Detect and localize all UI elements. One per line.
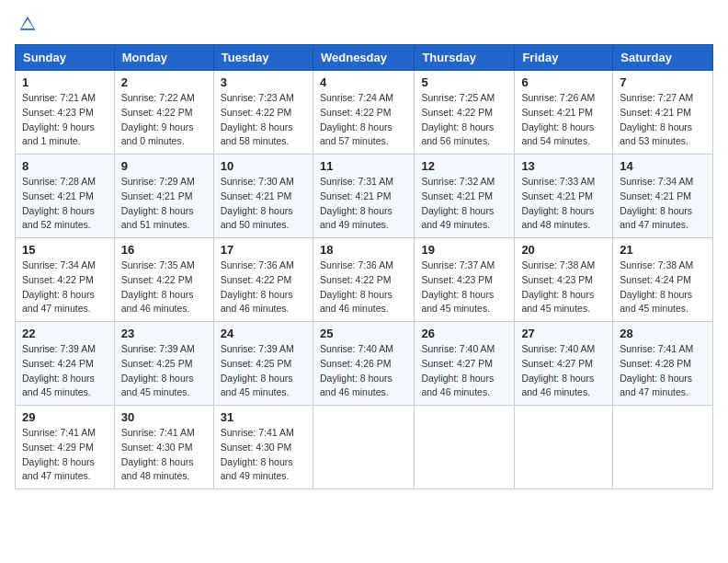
- calendar-cell: 26 Sunrise: 7:40 AM Sunset: 4:27 PM Dayl…: [415, 322, 515, 406]
- day-detail: Sunrise: 7:34 AM Sunset: 4:22 PM Dayligh…: [22, 259, 96, 314]
- day-number: 26: [421, 327, 507, 340]
- day-number: 27: [521, 327, 606, 340]
- day-number: 25: [320, 327, 407, 340]
- day-number: 22: [22, 327, 108, 340]
- calendar-week-row: 29 Sunrise: 7:41 AM Sunset: 4:29 PM Dayl…: [16, 406, 713, 489]
- calendar-cell: 1 Sunrise: 7:21 AM Sunset: 4:23 PM Dayli…: [16, 71, 115, 155]
- calendar-week-row: 15 Sunrise: 7:34 AM Sunset: 4:22 PM Dayl…: [16, 238, 713, 322]
- calendar-table: SundayMondayTuesdayWednesdayThursdayFrid…: [15, 44, 713, 489]
- calendar-cell: 31 Sunrise: 7:41 AM Sunset: 4:30 PM Dayl…: [213, 406, 313, 489]
- day-detail: Sunrise: 7:28 AM Sunset: 4:21 PM Dayligh…: [22, 176, 96, 230]
- calendar-cell: 18 Sunrise: 7:36 AM Sunset: 4:22 PM Dayl…: [313, 238, 414, 322]
- day-number: 28: [620, 327, 706, 340]
- day-detail: Sunrise: 7:32 AM Sunset: 4:21 PM Dayligh…: [421, 176, 495, 230]
- calendar-cell: 19 Sunrise: 7:37 AM Sunset: 4:23 PM Dayl…: [415, 238, 515, 322]
- day-detail: Sunrise: 7:36 AM Sunset: 4:22 PM Dayligh…: [221, 259, 294, 314]
- day-number: 12: [421, 159, 507, 173]
- calendar-cell: 30 Sunrise: 7:41 AM Sunset: 4:30 PM Dayl…: [114, 406, 213, 489]
- calendar-cell: 3 Sunrise: 7:23 AM Sunset: 4:22 PM Dayli…: [213, 71, 313, 155]
- day-detail: Sunrise: 7:38 AM Sunset: 4:24 PM Dayligh…: [620, 259, 693, 314]
- calendar-week-row: 22 Sunrise: 7:39 AM Sunset: 4:24 PM Dayl…: [16, 322, 713, 406]
- day-detail: Sunrise: 7:25 AM Sunset: 4:22 PM Dayligh…: [421, 92, 495, 146]
- calendar-cell: 4 Sunrise: 7:24 AM Sunset: 4:22 PM Dayli…: [313, 71, 414, 155]
- day-detail: Sunrise: 7:38 AM Sunset: 4:23 PM Dayligh…: [521, 259, 595, 314]
- day-number: 3: [221, 75, 306, 89]
- calendar-header-saturday: Saturday: [613, 45, 713, 71]
- calendar-cell: 29 Sunrise: 7:41 AM Sunset: 4:29 PM Dayl…: [16, 406, 115, 489]
- day-detail: Sunrise: 7:40 AM Sunset: 4:26 PM Dayligh…: [320, 343, 393, 397]
- day-number: 15: [22, 243, 108, 257]
- day-detail: Sunrise: 7:41 AM Sunset: 4:29 PM Dayligh…: [22, 427, 96, 481]
- calendar-cell: 28 Sunrise: 7:41 AM Sunset: 4:28 PM Dayl…: [613, 322, 713, 406]
- day-number: 6: [521, 75, 606, 89]
- day-detail: Sunrise: 7:36 AM Sunset: 4:22 PM Dayligh…: [320, 259, 393, 314]
- day-detail: Sunrise: 7:22 AM Sunset: 4:22 PM Dayligh…: [121, 92, 195, 146]
- calendar-cell: [415, 406, 515, 489]
- day-detail: Sunrise: 7:27 AM Sunset: 4:21 PM Dayligh…: [620, 92, 693, 146]
- calendar-header-tuesday: Tuesday: [213, 45, 313, 71]
- day-number: 13: [521, 159, 606, 173]
- logo-icon: [18, 15, 37, 33]
- day-detail: Sunrise: 7:31 AM Sunset: 4:21 PM Dayligh…: [320, 176, 393, 230]
- calendar-header-row: SundayMondayTuesdayWednesdayThursdayFrid…: [16, 45, 713, 71]
- day-number: 29: [22, 410, 108, 424]
- calendar-cell: 22 Sunrise: 7:39 AM Sunset: 4:24 PM Dayl…: [16, 322, 115, 406]
- calendar-cell: 23 Sunrise: 7:39 AM Sunset: 4:25 PM Dayl…: [114, 322, 213, 406]
- calendar-cell: 24 Sunrise: 7:39 AM Sunset: 4:25 PM Dayl…: [213, 322, 313, 406]
- page-header: [15, 15, 713, 33]
- day-detail: Sunrise: 7:24 AM Sunset: 4:22 PM Dayligh…: [320, 92, 393, 146]
- calendar-cell: 12 Sunrise: 7:32 AM Sunset: 4:21 PM Dayl…: [415, 155, 515, 238]
- calendar-week-row: 1 Sunrise: 7:21 AM Sunset: 4:23 PM Dayli…: [16, 71, 713, 155]
- calendar-cell: [313, 406, 414, 489]
- day-number: 2: [121, 75, 207, 89]
- svg-marker-1: [21, 19, 33, 29]
- day-number: 1: [22, 75, 108, 89]
- calendar-cell: 17 Sunrise: 7:36 AM Sunset: 4:22 PM Dayl…: [213, 238, 313, 322]
- calendar-cell: 11 Sunrise: 7:31 AM Sunset: 4:21 PM Dayl…: [313, 155, 414, 238]
- day-number: 24: [221, 327, 306, 340]
- calendar-cell: 8 Sunrise: 7:28 AM Sunset: 4:21 PM Dayli…: [16, 155, 115, 238]
- day-detail: Sunrise: 7:26 AM Sunset: 4:21 PM Dayligh…: [521, 92, 595, 146]
- day-detail: Sunrise: 7:30 AM Sunset: 4:21 PM Dayligh…: [221, 176, 294, 230]
- day-detail: Sunrise: 7:39 AM Sunset: 4:25 PM Dayligh…: [121, 343, 195, 397]
- calendar-cell: 14 Sunrise: 7:34 AM Sunset: 4:21 PM Dayl…: [613, 155, 713, 238]
- day-detail: Sunrise: 7:41 AM Sunset: 4:28 PM Dayligh…: [620, 343, 693, 397]
- calendar-cell: 21 Sunrise: 7:38 AM Sunset: 4:24 PM Dayl…: [613, 238, 713, 322]
- day-number: 16: [121, 243, 207, 257]
- day-detail: Sunrise: 7:29 AM Sunset: 4:21 PM Dayligh…: [121, 176, 195, 230]
- day-detail: Sunrise: 7:21 AM Sunset: 4:23 PM Dayligh…: [22, 92, 96, 146]
- day-detail: Sunrise: 7:23 AM Sunset: 4:22 PM Dayligh…: [221, 92, 294, 146]
- day-number: 17: [221, 243, 306, 257]
- calendar-cell: 6 Sunrise: 7:26 AM Sunset: 4:21 PM Dayli…: [515, 71, 613, 155]
- calendar-header-monday: Monday: [114, 45, 213, 71]
- calendar-cell: [613, 406, 713, 489]
- day-number: 23: [121, 327, 207, 340]
- day-number: 31: [221, 410, 306, 424]
- calendar-cell: 13 Sunrise: 7:33 AM Sunset: 4:21 PM Dayl…: [515, 155, 613, 238]
- logo: [15, 15, 37, 33]
- day-detail: Sunrise: 7:34 AM Sunset: 4:21 PM Dayligh…: [620, 176, 693, 230]
- calendar-cell: 10 Sunrise: 7:30 AM Sunset: 4:21 PM Dayl…: [213, 155, 313, 238]
- calendar-cell: 16 Sunrise: 7:35 AM Sunset: 4:22 PM Dayl…: [114, 238, 213, 322]
- calendar-header-thursday: Thursday: [415, 45, 515, 71]
- day-detail: Sunrise: 7:37 AM Sunset: 4:23 PM Dayligh…: [421, 259, 495, 314]
- day-detail: Sunrise: 7:40 AM Sunset: 4:27 PM Dayligh…: [421, 343, 495, 397]
- day-number: 7: [620, 75, 706, 89]
- calendar-cell: 27 Sunrise: 7:40 AM Sunset: 4:27 PM Dayl…: [515, 322, 613, 406]
- calendar-header-friday: Friday: [515, 45, 613, 71]
- day-number: 5: [421, 75, 507, 89]
- calendar-cell: 15 Sunrise: 7:34 AM Sunset: 4:22 PM Dayl…: [16, 238, 115, 322]
- calendar-cell: [515, 406, 613, 489]
- day-number: 11: [320, 159, 407, 173]
- day-detail: Sunrise: 7:41 AM Sunset: 4:30 PM Dayligh…: [221, 427, 294, 481]
- day-detail: Sunrise: 7:39 AM Sunset: 4:24 PM Dayligh…: [22, 343, 96, 397]
- calendar-cell: 20 Sunrise: 7:38 AM Sunset: 4:23 PM Dayl…: [515, 238, 613, 322]
- calendar-cell: 5 Sunrise: 7:25 AM Sunset: 4:22 PM Dayli…: [415, 71, 515, 155]
- calendar-cell: 7 Sunrise: 7:27 AM Sunset: 4:21 PM Dayli…: [613, 71, 713, 155]
- day-number: 10: [221, 159, 306, 173]
- calendar-cell: 2 Sunrise: 7:22 AM Sunset: 4:22 PM Dayli…: [114, 71, 213, 155]
- calendar-week-row: 8 Sunrise: 7:28 AM Sunset: 4:21 PM Dayli…: [16, 155, 713, 238]
- day-number: 4: [320, 75, 407, 89]
- day-detail: Sunrise: 7:40 AM Sunset: 4:27 PM Dayligh…: [521, 343, 595, 397]
- day-detail: Sunrise: 7:41 AM Sunset: 4:30 PM Dayligh…: [121, 427, 195, 481]
